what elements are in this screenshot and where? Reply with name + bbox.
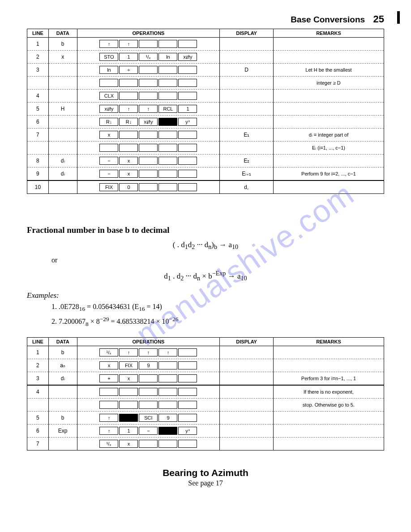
data-cell — [48, 116, 77, 129]
operations-cell: ¹/ₓ↑↑↑ — [77, 346, 220, 359]
data-cell — [48, 438, 77, 450]
line-cell: 2 — [27, 359, 49, 372]
operations-cell — [77, 142, 220, 154]
table-row: 3ln÷DLet H be the smallest — [27, 64, 384, 77]
calculator-key: ¹/ₓ — [99, 440, 118, 448]
operations-cell — [77, 399, 220, 412]
table-row: 4CLX — [27, 90, 384, 103]
display-cell — [220, 438, 274, 450]
calculator-key: RCL — [158, 105, 177, 113]
remarks-cell — [273, 180, 384, 194]
page-edge-marker — [397, 11, 400, 24]
calculator-key: ↑ — [119, 105, 138, 113]
display-cell: E₂ — [220, 154, 274, 167]
table-row: 7¹/ₓx — [27, 438, 384, 450]
line-cell — [27, 77, 49, 90]
data-cell: H — [48, 103, 77, 116]
calculator-key: CLX — [99, 92, 118, 100]
calculator-key: yˣ — [178, 427, 197, 435]
calculator-key: ¹/ₓ — [99, 348, 118, 356]
calculator-key — [139, 401, 158, 409]
section-heading-fractional: Fractional number in base b to decimal — [27, 225, 384, 235]
remarks-cell — [273, 412, 384, 425]
calculator-key — [158, 79, 177, 87]
calculator-key — [158, 374, 177, 382]
remarks-cell — [273, 438, 384, 450]
line-cell: 3 — [27, 64, 49, 77]
calculator-key — [139, 440, 158, 448]
calculator-key — [139, 131, 158, 139]
calculator-key: yˣ — [178, 118, 197, 126]
chapter-title: Base Conversions — [291, 15, 365, 24]
display-cell — [220, 372, 274, 386]
calculator-key: 9 — [139, 361, 158, 369]
calculator-key: 0 — [119, 183, 138, 191]
table-row: 7xE₁dᵢ = integer part of — [27, 129, 384, 142]
remarks-cell: Perform 9 for i=2, ..., c−1 — [273, 167, 384, 181]
calculator-key — [139, 66, 158, 74]
calculator-key — [158, 361, 177, 369]
calculator-key — [158, 144, 177, 152]
calculator-key: x — [99, 131, 118, 139]
example-item: 2. 7.2000678 × 8−29 = 4.685338214 × 10−2… — [51, 316, 384, 328]
formula-2: d1 . d2 ··· dn × b−Exp → a10 — [27, 270, 384, 282]
calculator-key — [139, 388, 158, 396]
program-table-2: LINE DATA OPERATIONS DISPLAY REMARKS 1b¹… — [27, 337, 384, 450]
calculator-key: − — [139, 427, 158, 435]
calculator-key: 1 — [178, 105, 197, 113]
display-cell — [220, 38, 274, 51]
calculator-key: x⇄y — [99, 105, 118, 113]
data-cell — [48, 180, 77, 194]
remarks-cell — [273, 346, 384, 359]
remarks-cell — [273, 51, 384, 64]
calculator-key — [139, 144, 158, 152]
calculator-key — [119, 144, 138, 152]
line-cell: 5 — [27, 412, 49, 425]
table-row: 6R↓R↓x⇄yyˣ — [27, 116, 384, 129]
display-cell: E₁ — [220, 129, 274, 142]
data-cell — [48, 64, 77, 77]
col-ops: OPERATIONS — [77, 338, 220, 346]
remarks-cell — [273, 38, 384, 51]
calculator-key: ↑ — [139, 348, 158, 356]
display-cell — [220, 90, 274, 103]
calculator-key — [158, 440, 177, 448]
data-cell: x — [48, 51, 77, 64]
calculator-key — [99, 144, 118, 152]
display-cell — [220, 359, 274, 372]
line-cell — [27, 142, 49, 154]
operations-cell: xFIX9 — [77, 359, 220, 372]
line-cell: 10 — [27, 180, 49, 194]
calculator-key: ¹/ₓ — [139, 53, 158, 61]
display-cell — [220, 399, 274, 412]
calculator-key — [158, 183, 177, 191]
remarks-cell — [273, 425, 384, 438]
table-row: 5Hx⇄y↑↑RCL1 — [27, 103, 384, 116]
calculator-key: R↓ — [99, 118, 118, 126]
operations-cell: STO1¹/ₓlnx⇄y — [77, 51, 220, 64]
page-number: 25 — [373, 13, 384, 25]
table-row: 2xSTO1¹/ₓlnx⇄y — [27, 51, 384, 64]
col-display: DISPLAY — [220, 338, 274, 346]
calculator-key — [178, 170, 197, 178]
display-cell: D — [220, 64, 274, 77]
calculator-key — [178, 361, 197, 369]
calculator-key — [178, 144, 197, 152]
calculator-key — [178, 131, 197, 139]
table-row: 10FIX0d꜀ — [27, 180, 384, 194]
table-row: 5b↑SCI9 — [27, 412, 384, 425]
calculator-key: 1 — [119, 53, 138, 61]
calculator-key: ↑ — [139, 105, 158, 113]
table-row: 4If there is no exponent, — [27, 385, 384, 399]
calculator-key: 9 — [158, 414, 177, 422]
display-cell — [220, 51, 274, 64]
display-cell — [220, 142, 274, 154]
table-row: 1b¹/ₓ↑↑↑ — [27, 346, 384, 359]
calculator-key — [158, 388, 177, 396]
calculator-key — [139, 79, 158, 87]
calculator-key — [139, 183, 158, 191]
data-cell: b — [48, 412, 77, 425]
remarks-cell: Perform 3 for i=n−1, ..., 1 — [273, 372, 384, 386]
table-row: Eᵢ (i=1, ..., c−1) — [27, 142, 384, 154]
calculator-key: ↑ — [99, 40, 118, 48]
